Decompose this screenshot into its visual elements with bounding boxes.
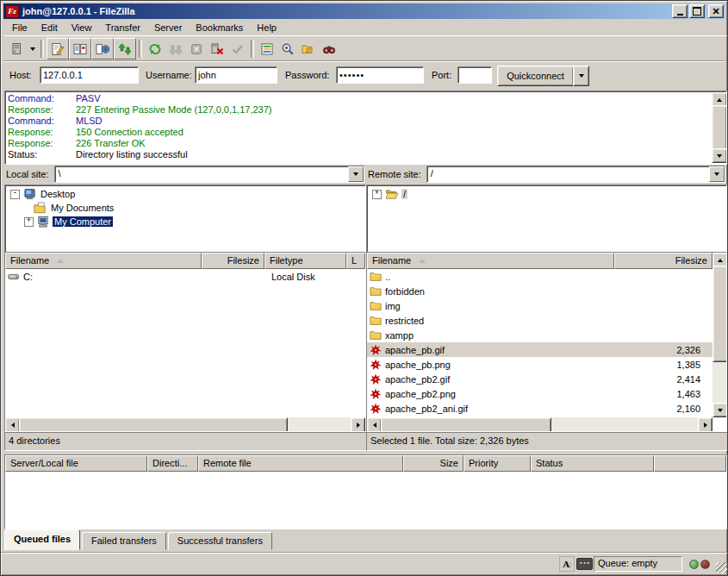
remote-file-list[interactable]: Filename Filesize .. forbidden img restr… xyxy=(366,252,727,432)
message-log[interactable]: Command:PASV Response:227 Entering Passi… xyxy=(4,91,727,165)
file-row[interactable]: restricted xyxy=(367,313,712,328)
scroll-thumb[interactable] xyxy=(381,417,551,432)
file-row[interactable]: forbidden xyxy=(367,284,712,298)
menu-help[interactable]: Help xyxy=(250,21,283,34)
scroll-thumb[interactable] xyxy=(19,417,288,432)
file-row[interactable]: C: Local Disk xyxy=(5,269,365,284)
close-button[interactable]: ✕ xyxy=(708,4,724,18)
toolbar-separator xyxy=(251,40,254,58)
local-list-body[interactable]: C: Local Disk xyxy=(5,269,365,417)
remote-vertical-scrollbar[interactable] xyxy=(712,253,726,417)
site-manager-button[interactable] xyxy=(6,39,27,59)
directory-comparison-button[interactable] xyxy=(277,39,298,59)
log-scrollbar[interactable] xyxy=(712,92,725,163)
site-manager-dropdown[interactable] xyxy=(27,39,38,59)
tab-queued-files[interactable]: Queued files xyxy=(4,529,80,550)
scroll-left-button[interactable] xyxy=(5,417,20,432)
tree-item-my-documents[interactable]: My Documents xyxy=(5,201,365,215)
image-file-icon xyxy=(369,388,383,400)
filename-filters-button[interactable] xyxy=(257,39,277,59)
local-tree[interactable]: - Desktop My Documents + My Computer xyxy=(4,185,366,254)
column-header-remote-file[interactable]: Remote file xyxy=(198,455,403,472)
tree-item-my-computer[interactable]: + My Computer xyxy=(5,215,365,229)
column-header-filesize[interactable]: Filesize xyxy=(202,253,264,269)
log-view-icon xyxy=(51,42,65,56)
scroll-down-button[interactable] xyxy=(712,403,727,417)
menu-server[interactable]: Server xyxy=(147,21,189,34)
scroll-left-button[interactable] xyxy=(367,417,382,432)
local-panes-icon xyxy=(73,42,87,56)
sync-browsing-icon xyxy=(302,42,315,56)
menu-transfer[interactable]: Transfer xyxy=(98,21,147,34)
menu-edit[interactable]: Edit xyxy=(34,21,65,34)
host-input[interactable] xyxy=(40,66,139,84)
synchronized-browsing-button[interactable] xyxy=(298,39,319,59)
toggle-local-tree-button[interactable] xyxy=(69,38,91,59)
file-row[interactable]: .. xyxy=(367,269,712,284)
scroll-right-button[interactable] xyxy=(351,417,365,432)
expand-expander[interactable]: + xyxy=(24,217,34,227)
scroll-thumb[interactable] xyxy=(712,105,727,150)
transfer-queue[interactable]: Server/Local file Directi... Remote file… xyxy=(4,454,727,529)
title-bar[interactable]: Fz john@127.0.0.1 - FileZilla ✕ xyxy=(3,3,725,19)
column-header-filetype[interactable]: Filetype xyxy=(264,253,346,269)
column-header-size[interactable]: Size xyxy=(403,455,464,472)
local-site-combo-button[interactable] xyxy=(348,166,364,182)
local-site-combo[interactable]: \ xyxy=(54,166,364,183)
cancel-operation-button[interactable] xyxy=(186,39,207,59)
refresh-button[interactable] xyxy=(145,39,165,59)
collapse-expander[interactable]: - xyxy=(10,190,20,199)
folder-icon xyxy=(369,315,383,327)
local-file-list[interactable]: Filename Filesize Filetype L C: Local Di… xyxy=(4,252,366,432)
column-header-server-local-file[interactable]: Server/Local file xyxy=(5,455,147,472)
port-input[interactable] xyxy=(457,66,492,84)
file-row[interactable]: apache_pb2.png1,463 xyxy=(367,386,712,401)
menu-view[interactable]: View xyxy=(65,21,99,34)
minimize-button[interactable] xyxy=(672,4,688,18)
remote-horizontal-scrollbar[interactable] xyxy=(367,417,712,431)
tree-item-root[interactable]: + / xyxy=(367,187,726,201)
scroll-thumb[interactable] xyxy=(712,266,727,362)
password-input[interactable] xyxy=(336,66,424,84)
toggle-remote-tree-button[interactable] xyxy=(91,38,114,59)
column-header-filename[interactable]: Filename xyxy=(367,253,614,269)
scroll-down-button[interactable] xyxy=(712,148,727,163)
disconnect-button[interactable] xyxy=(207,39,227,59)
local-horizontal-scrollbar[interactable] xyxy=(5,417,365,431)
file-row[interactable]: apache_pb.png1,385 xyxy=(367,357,712,372)
column-header-lastmodified[interactable]: L xyxy=(346,253,365,269)
column-header-filesize[interactable]: Filesize xyxy=(614,253,712,269)
menu-file[interactable]: File xyxy=(5,21,34,34)
file-row[interactable]: xampp xyxy=(367,328,712,342)
column-header-status[interactable]: Status xyxy=(531,455,654,472)
toggle-queue-button[interactable] xyxy=(114,38,136,59)
menu-bookmarks[interactable]: Bookmarks xyxy=(189,21,250,34)
file-row[interactable]: apache_pb2_ani.gif2,160 xyxy=(367,401,712,416)
file-row[interactable]: img xyxy=(367,298,712,313)
username-input[interactable] xyxy=(195,66,277,84)
column-header-direction[interactable]: Directi... xyxy=(147,455,198,472)
column-header-priority[interactable]: Priority xyxy=(464,455,531,472)
process-queue-button[interactable] xyxy=(165,39,186,59)
column-header-filename[interactable]: Filename xyxy=(5,253,202,269)
tree-item-desktop[interactable]: - Desktop xyxy=(5,187,365,201)
find-files-button[interactable] xyxy=(319,39,339,59)
quickconnect-button[interactable]: Quickconnect xyxy=(497,66,574,86)
remote-list-body[interactable]: .. forbidden img restricted xampp apache… xyxy=(367,269,712,417)
file-row-selected[interactable]: apache_pb.gif2,326 xyxy=(367,342,712,357)
tab-successful-transfers[interactable]: Successful transfers xyxy=(168,532,272,550)
maximize-button[interactable] xyxy=(689,4,705,18)
toggle-log-view-button[interactable] xyxy=(47,38,69,59)
remote-tree[interactable]: + / xyxy=(366,185,727,254)
reconnect-button[interactable] xyxy=(227,39,248,59)
resize-grip[interactable] xyxy=(716,562,727,573)
quickconnect-dropdown[interactable] xyxy=(573,66,589,86)
maximize-icon xyxy=(693,7,701,16)
remote-site-combo-button[interactable] xyxy=(709,166,725,182)
expand-expander[interactable]: + xyxy=(372,190,382,199)
file-row[interactable]: apache_pb2.gif2,414 xyxy=(367,372,712,386)
queue-list-body[interactable] xyxy=(5,472,726,529)
scroll-right-button[interactable] xyxy=(698,417,712,432)
remote-site-combo[interactable]: / xyxy=(426,166,725,183)
tab-failed-transfers[interactable]: Failed transfers xyxy=(82,532,166,550)
